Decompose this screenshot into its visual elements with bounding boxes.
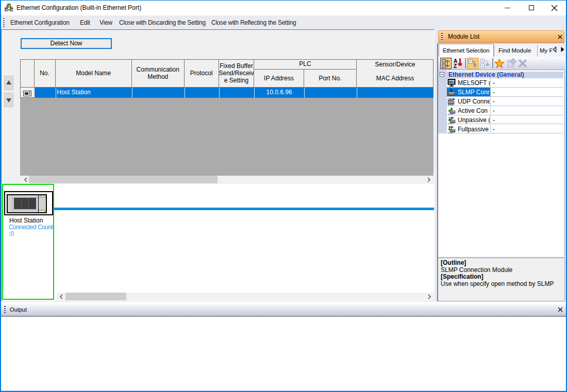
svg-text:UDP: UDP xyxy=(448,97,456,101)
svg-text:A: A xyxy=(451,107,453,110)
svg-text:Z: Z xyxy=(454,63,457,69)
svg-text:MEL: MEL xyxy=(449,80,455,83)
